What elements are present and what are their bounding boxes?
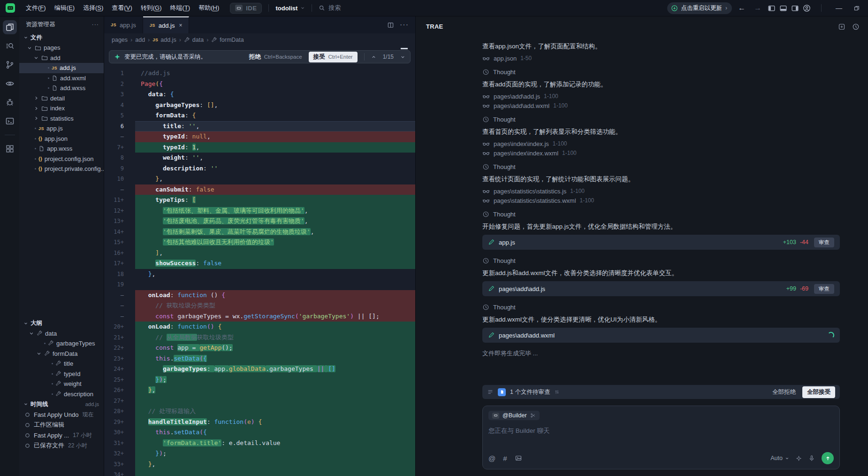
- toggle-bottom-panel-button[interactable]: [779, 4, 787, 12]
- accept-button[interactable]: 接受 Ctrl+Enter: [309, 52, 358, 62]
- activity-search-icon[interactable]: [3, 39, 17, 53]
- tree-item-app-json[interactable]: {}app.json: [19, 134, 104, 144]
- window-minimize-button[interactable]: —: [832, 4, 846, 12]
- attach-image-icon[interactable]: [515, 454, 522, 462]
- timeline-item-item[interactable]: 已保存文件22 小时: [19, 440, 104, 451]
- review-button[interactable]: 审查: [814, 238, 834, 247]
- history-icon[interactable]: [852, 23, 860, 31]
- tree-item-project-config-json[interactable]: {}project.config.json: [19, 154, 104, 164]
- outline-item-title[interactable]: title: [19, 359, 104, 369]
- tree-item-app-wxss[interactable]: app.wxss: [19, 144, 104, 154]
- toggle-left-panel-button[interactable]: [768, 4, 776, 12]
- file-reference[interactable]: pages\statistics\statistics.js1-100: [482, 187, 840, 195]
- more-actions-icon[interactable]: ···: [400, 21, 409, 29]
- accept-all-button[interactable]: 全部接受: [802, 386, 835, 398]
- prev-change-button[interactable]: [371, 54, 376, 60]
- project-switcher[interactable]: todolist: [275, 5, 305, 12]
- ide-badge[interactable]: IDE: [230, 3, 262, 14]
- split-editor-icon[interactable]: [387, 22, 394, 29]
- thought-row[interactable]: Thought: [482, 116, 840, 123]
- activity-explorer-icon[interactable]: [3, 20, 17, 34]
- tree-item-pages[interactable]: pages: [19, 43, 104, 53]
- new-chat-icon[interactable]: [838, 23, 845, 31]
- tree-item-statistics[interactable]: statistics: [19, 114, 104, 124]
- tab-add-js[interactable]: JSadd.js×: [143, 16, 190, 33]
- changes-list-icon[interactable]: [487, 389, 494, 395]
- file-reference[interactable]: pages\statistics\statistics.wxml1-100: [482, 197, 840, 204]
- outline-item-formdata[interactable]: formData: [19, 349, 104, 359]
- timeline-item-item[interactable]: 工作区编辑: [19, 420, 104, 430]
- activity-terminal-panel-icon[interactable]: [3, 114, 17, 128]
- menu-h[interactable]: 帮助(H): [194, 2, 223, 14]
- timeline-item-fast-apply[interactable]: Fast Apply ...17 小时: [19, 430, 104, 440]
- file-reference[interactable]: pages\add\add.js1-100: [482, 92, 840, 100]
- more-actions-icon[interactable]: ···: [92, 21, 99, 28]
- sort-icon[interactable]: [554, 389, 560, 395]
- send-button[interactable]: [822, 452, 834, 464]
- tree-item-detail[interactable]: detail: [19, 93, 104, 104]
- section-outline[interactable]: 大纲: [19, 318, 104, 329]
- review-button[interactable]: 审查: [814, 284, 834, 294]
- outline-item-garbagetypes[interactable]: garbageTypes: [19, 338, 104, 349]
- menu-t[interactable]: 终端(T): [166, 2, 195, 14]
- thought-row[interactable]: Thought: [482, 163, 840, 170]
- tree-item-add-js[interactable]: JSadd.js: [19, 63, 104, 73]
- account-button[interactable]: [803, 4, 811, 12]
- reject-button[interactable]: 拒绝 Ctrl+Backspace: [249, 53, 302, 61]
- breadcrumb-item-add-js[interactable]: JSadd.js: [152, 37, 176, 43]
- restart-update-button[interactable]: 点击重启以更新 ›: [667, 2, 732, 14]
- next-change-button[interactable]: [400, 54, 405, 60]
- activity-preview-eye-icon[interactable]: [3, 77, 17, 91]
- nav-forward-button[interactable]: →: [752, 4, 764, 12]
- file-change-card[interactable]: pages\add\add.js+99-69审查: [482, 281, 840, 296]
- close-icon[interactable]: ×: [179, 22, 182, 29]
- breadcrumb-item-add[interactable]: add: [135, 37, 145, 43]
- timeline-item-fast-apply-undo[interactable]: Fast Apply Undo现在: [19, 409, 104, 420]
- outline-item-data[interactable]: data: [19, 329, 104, 339]
- breadcrumb-item-pages[interactable]: pages: [112, 37, 128, 43]
- thought-row[interactable]: Thought: [482, 69, 840, 76]
- section-files[interactable]: 文件: [19, 32, 104, 43]
- tree-item-add-wxss[interactable]: add.wxss: [19, 83, 104, 93]
- reject-all-button[interactable]: 全部拒绝: [772, 388, 796, 396]
- menu-f[interactable]: 文件(F): [22, 2, 50, 14]
- menu-e[interactable]: 编辑(E): [50, 2, 79, 14]
- tree-item-index[interactable]: index: [19, 103, 104, 114]
- outline-item-description[interactable]: description: [19, 389, 104, 399]
- toggle-right-panel-button[interactable]: [791, 4, 799, 12]
- tree-item-add-wxml[interactable]: add.wxml: [19, 73, 104, 84]
- tree-item-add[interactable]: add: [19, 53, 104, 63]
- enhance-sparkle-icon[interactable]: [796, 455, 802, 461]
- menu-v[interactable]: 查看(V): [107, 2, 136, 14]
- breadcrumb-item-formdata[interactable]: formData: [211, 37, 244, 43]
- tree-item-project-private-config[interactable]: {}project.private.config....: [19, 164, 104, 174]
- file-reference[interactable]: pages\index\index.wxml1-100: [482, 149, 840, 157]
- agent-chip[interactable]: @Builder: [488, 411, 540, 420]
- file-reference[interactable]: pages\index\index.js1-100: [482, 140, 840, 147]
- window-restore-button[interactable]: [850, 5, 863, 11]
- file-change-card[interactable]: pages\add\add.wxml: [482, 328, 840, 343]
- global-search[interactable]: 搜索: [319, 4, 341, 12]
- mention-icon[interactable]: @: [488, 454, 495, 462]
- file-change-card[interactable]: app.js+103-44审查: [482, 235, 840, 250]
- nav-back-button[interactable]: ←: [736, 4, 748, 12]
- tree-item-app-js[interactable]: JSapp.js: [19, 123, 104, 134]
- thought-row[interactable]: Thought: [482, 304, 840, 311]
- menu-s[interactable]: 选择(S): [79, 2, 107, 14]
- microphone-icon[interactable]: [808, 455, 815, 461]
- chat-input-card[interactable]: @Builder 您正在与 Builder 聊天 @ # Auto: [482, 406, 840, 469]
- activity-extensions-grid-icon[interactable]: [3, 142, 17, 156]
- activity-debug-icon[interactable]: [3, 95, 17, 109]
- file-reference[interactable]: pages\add\add.wxml1-100: [482, 102, 840, 109]
- outline-item-weight[interactable]: weight: [19, 379, 104, 389]
- thought-row[interactable]: Thought: [482, 211, 840, 218]
- breadcrumb-item-data[interactable]: data: [184, 37, 204, 43]
- menu-g[interactable]: 转到(G): [137, 2, 166, 14]
- activity-source-control-icon[interactable]: [3, 58, 17, 72]
- thought-row[interactable]: Thought: [482, 257, 840, 264]
- section-timeline[interactable]: 时间线 add.js: [19, 399, 104, 409]
- tab-app-js[interactable]: JSapp.js: [104, 16, 143, 33]
- code-editor[interactable]: 1//add.js2Page({3 data: {4 garbageTypes:…: [104, 63, 415, 476]
- file-reference[interactable]: app.json1-50: [482, 54, 840, 62]
- chat-input-placeholder[interactable]: 您正在与 Builder 聊天: [488, 427, 834, 452]
